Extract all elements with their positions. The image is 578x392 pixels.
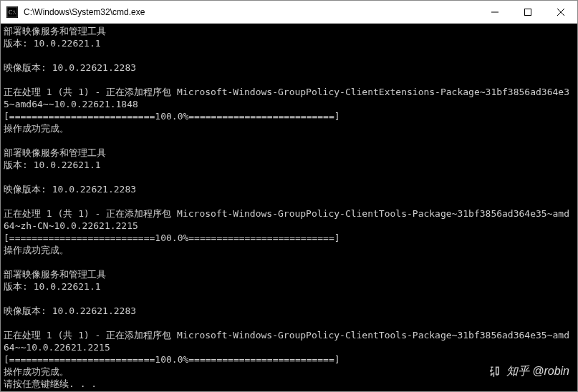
console-line [4, 256, 574, 268]
console-line: 部署映像服务和管理工具 [4, 268, 574, 280]
console-line [4, 134, 574, 147]
console-line [4, 293, 574, 305]
console-line: 操作成功完成。 [4, 122, 574, 134]
title-bar: C:\ C:\Windows\System32\cmd.exe [1, 1, 577, 24]
console-line: 正在处理 1 (共 1) - 正在添加程序包 Microsoft-Windows… [4, 329, 574, 353]
watermark: 知乎 @robin [488, 364, 569, 379]
svg-rect-4 [525, 9, 531, 15]
minimize-button[interactable] [478, 1, 511, 23]
console-line: 映像版本: 10.0.22621.2283 [4, 305, 574, 317]
console-line: 版本: 10.0.22621.1 [4, 159, 574, 171]
console-line: 操作成功完成。 [4, 244, 574, 256]
maximize-button[interactable] [511, 1, 544, 23]
console-line: 版本: 10.0.22621.1 [4, 37, 574, 49]
cmd-icon: C:\ [6, 6, 18, 18]
console-line: 部署映像服务和管理工具 [4, 25, 574, 37]
console-line [4, 171, 574, 183]
console-line: 正在处理 1 (共 1) - 正在添加程序包 Microsoft-Windows… [4, 86, 574, 110]
console-line: [==========================100.0%=======… [4, 232, 574, 244]
title-text: C:\Windows\System32\cmd.exe [24, 7, 478, 17]
console-line [4, 49, 574, 62]
cmd-window: C:\ C:\Windows\System32\cmd.exe 部署映像服务和管… [0, 0, 578, 392]
console-line [4, 195, 574, 207]
console-line: 映像版本: 10.0.22621.2283 [4, 62, 574, 74]
close-button[interactable] [544, 1, 577, 23]
console-line: [==========================100.0%=======… [4, 110, 574, 122]
console-output[interactable]: 部署映像服务和管理工具版本: 10.0.22621.1 映像版本: 10.0.2… [1, 24, 577, 391]
console-line [4, 317, 574, 329]
watermark-text: 知乎 @robin [506, 364, 569, 379]
console-line: 部署映像服务和管理工具 [4, 147, 574, 159]
console-line: 请按任意键继续. . . [4, 378, 574, 390]
console-line [4, 74, 574, 86]
console-line: 映像版本: 10.0.22621.2283 [4, 183, 574, 195]
zhihu-icon [488, 365, 502, 379]
svg-text:C:\: C:\ [9, 9, 16, 16]
console-line: 正在处理 1 (共 1) - 正在添加程序包 Microsoft-Windows… [4, 207, 574, 232]
console-line: 版本: 10.0.22621.1 [4, 280, 574, 293]
window-controls [478, 1, 577, 23]
